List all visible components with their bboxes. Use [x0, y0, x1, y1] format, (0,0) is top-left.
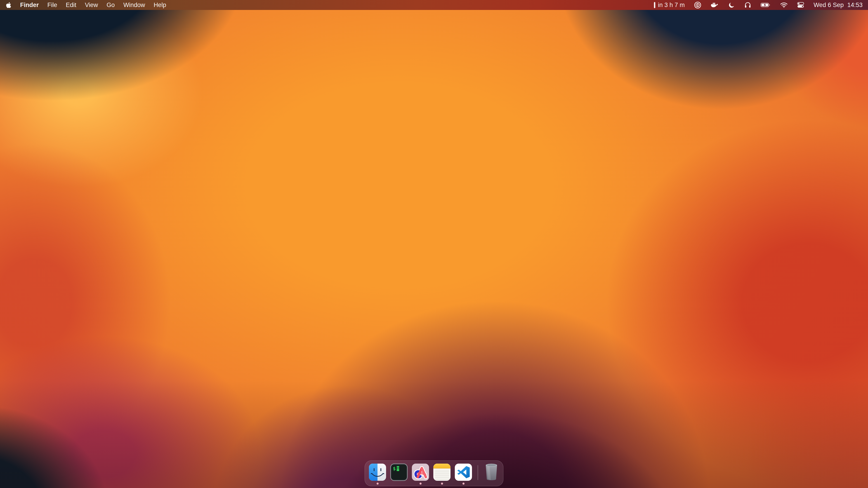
dock-finder[interactable] — [368, 463, 386, 485]
timer-status[interactable]: in 3 h 7 m — [654, 0, 685, 10]
desktop-wallpaper — [0, 0, 868, 488]
wifi-icon[interactable] — [780, 0, 788, 10]
running-indicator — [420, 483, 422, 485]
menubar-clock[interactable]: Wed 6 Sep 14:53 — [813, 0, 863, 10]
moon-focus-icon[interactable] — [728, 0, 735, 10]
running-indicator — [463, 483, 465, 485]
menu-bar: Finder File Edit View Go Window Help in … — [0, 0, 868, 10]
apple-menu[interactable] — [6, 0, 16, 10]
dock-terminal[interactable]: $ — [390, 463, 408, 485]
finder-icon — [368, 463, 386, 481]
svg-text:$: $ — [393, 466, 396, 471]
running-indicator — [377, 483, 379, 485]
dock-trash[interactable] — [483, 463, 500, 485]
menu-go[interactable]: Go — [102, 0, 119, 10]
dock-separator — [477, 465, 478, 480]
headphones-icon[interactable] — [744, 0, 751, 10]
menu-file[interactable]: File — [43, 0, 62, 10]
timer-text: in 3 h 7 m — [658, 2, 685, 8]
docker-whale-icon[interactable] — [711, 0, 719, 10]
desktop: Finder File Edit View Go Window Help in … — [0, 0, 868, 488]
apple-logo-icon — [6, 2, 11, 8]
vscode-icon — [454, 463, 472, 481]
clock-date: Wed 6 Sep — [813, 2, 844, 8]
menu-help[interactable]: Help — [149, 0, 170, 10]
menu-edit[interactable]: Edit — [61, 0, 81, 10]
menu-view[interactable]: View — [81, 0, 102, 10]
arc-browser-icon — [411, 463, 430, 481]
terminal-icon: $ — [390, 463, 408, 481]
battery-charging-icon[interactable] — [761, 0, 771, 10]
menu-window[interactable]: Window — [119, 0, 149, 10]
trash-icon — [483, 463, 500, 482]
onepassword-keyhole-icon[interactable] — [694, 0, 701, 10]
dock-notes[interactable] — [433, 463, 451, 485]
running-indicator — [441, 483, 443, 485]
timer-bar-icon — [654, 2, 655, 8]
menu-active-app[interactable]: Finder — [16, 0, 43, 10]
clock-time: 14:53 — [847, 2, 863, 8]
dock: $ — [365, 460, 503, 486]
notes-icon — [433, 463, 451, 481]
control-center-icon[interactable] — [797, 0, 804, 10]
dock-arc-browser[interactable] — [411, 463, 430, 485]
dock-vscode[interactable] — [454, 463, 472, 485]
